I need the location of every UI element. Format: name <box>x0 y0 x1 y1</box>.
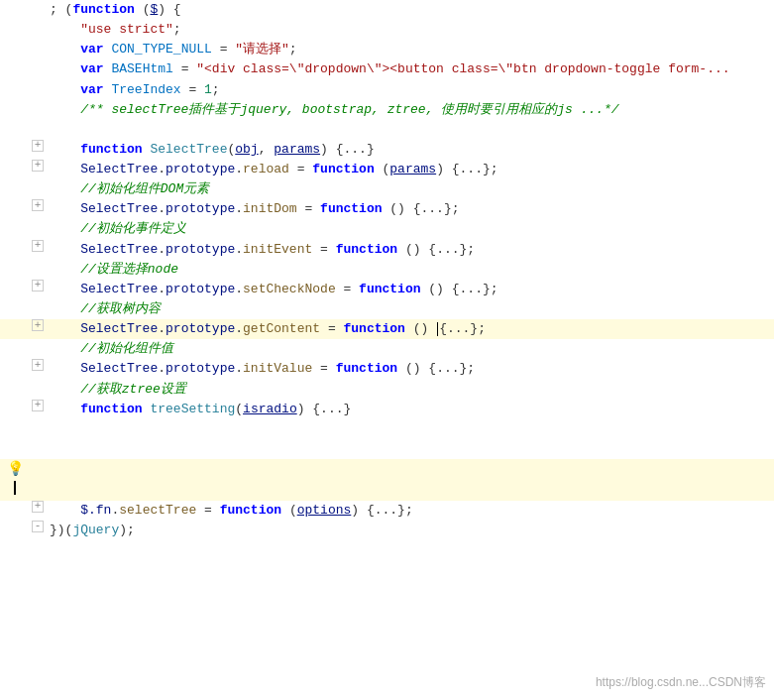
line-content: function treeSetting(isradio) {...} <box>46 400 774 419</box>
token-punct: ; <box>491 162 498 176</box>
token-punct: . <box>235 361 243 376</box>
token-fn-name: jQuery <box>72 523 119 537</box>
code-line: //设置选择node <box>0 260 774 280</box>
token-punct: . <box>158 321 166 336</box>
token-collapsed: {...} <box>452 162 491 176</box>
line-content: SelectTree.prototype.setCheckNode = func… <box>46 280 774 299</box>
token-method: initValue <box>243 361 312 376</box>
line-content: })(jQuery); <box>46 521 774 540</box>
code-line: var CON_TYPE_NULL = "请选择"; <box>0 40 774 59</box>
token-punct: ( <box>135 2 151 17</box>
token-kw: function <box>320 201 382 216</box>
token-kw: function <box>343 321 404 336</box>
line-gutter: 💡 <box>0 459 30 481</box>
token-comment: //获取ztree设置 <box>50 382 186 397</box>
fold-button[interactable]: + <box>30 359 46 371</box>
line-content: /** selectTree插件基于jquery, bootstrap, ztr… <box>46 100 774 120</box>
token-punct: ) { <box>158 2 180 17</box>
cursor-caret <box>14 481 16 495</box>
fold-plus-icon[interactable]: + <box>32 400 44 411</box>
watermark: https://blog.csdn.ne...CSDN博客 <box>596 673 766 692</box>
token-proto: prototype <box>166 321 235 336</box>
code-line: + function treeSetting(isradio) {...} <box>0 400 774 419</box>
token-punct: ( <box>57 2 73 17</box>
fold-plus-icon[interactable]: + <box>32 140 44 152</box>
token-str: "请选择" <box>235 42 289 57</box>
line-content: //初始化事件定义 <box>46 219 774 239</box>
token-proto: SelectTree <box>50 321 158 336</box>
token-kw: function <box>50 142 143 157</box>
token-punct: ( <box>235 402 243 416</box>
fold-minus-icon[interactable]: - <box>32 521 44 532</box>
code-line: + function SelectTree(obj, params) {...} <box>0 140 774 160</box>
code-line <box>0 439 774 459</box>
token-comment: //初始化组件DOM元素 <box>50 181 209 196</box>
fold-plus-icon[interactable]: + <box>32 199 44 211</box>
token-punct: ; <box>478 321 486 336</box>
token-proto: prototype <box>166 361 235 376</box>
token-punct: () <box>405 321 436 336</box>
token-punct: ) <box>297 402 313 416</box>
line-content: //获取ztree设置 <box>46 380 774 400</box>
fold-plus-icon[interactable]: + <box>32 501 44 513</box>
token-punct: () <box>421 282 452 296</box>
token-punct: = <box>196 503 219 518</box>
token-kw: var <box>50 61 104 76</box>
token-kw: function <box>220 503 281 518</box>
editor: ; (function ($) { "use strict"; var CON_… <box>0 0 774 700</box>
token-comment: //获取树内容 <box>50 301 161 316</box>
fold-plus-icon[interactable]: + <box>32 319 44 331</box>
code-line: + $.fn.selectTree = function (options) {… <box>0 501 774 521</box>
fold-button[interactable]: + <box>30 280 46 292</box>
token-kw: function <box>312 162 374 176</box>
fold-button[interactable]: + <box>30 501 46 513</box>
line-content: $.fn.selectTree = function (options) {..… <box>46 501 774 521</box>
code-line: var TreeIndex = 1; <box>0 80 774 100</box>
line-content: function SelectTree(obj, params) {...} <box>46 140 774 160</box>
fold-button[interactable]: + <box>30 319 46 331</box>
token-kw: var <box>50 42 104 57</box>
token-str: "use strict" <box>50 22 173 37</box>
token-comment: /** selectTree插件基于jquery, bootstrap, ztr… <box>50 102 619 117</box>
code-line: //初始化组件DOM元素 <box>0 179 774 199</box>
token-punct: ( <box>281 503 297 518</box>
code-line: + SelectTree.prototype.getContent = func… <box>0 319 774 339</box>
fold-button[interactable]: + <box>30 160 46 172</box>
token-cn: CON_TYPE_NULL <box>111 42 211 57</box>
token-kw: function <box>336 242 397 257</box>
token-punct: . <box>235 242 243 257</box>
fold-plus-icon[interactable]: + <box>32 280 44 292</box>
token-punct: ) <box>436 162 452 176</box>
fold-plus-icon[interactable]: + <box>32 359 44 371</box>
token-punct: , <box>259 142 275 157</box>
token-punct: = <box>212 42 235 57</box>
token-collapsed: {...} <box>439 321 478 336</box>
fold-button[interactable]: + <box>30 400 46 411</box>
code-line: ; (function ($) { <box>0 0 774 20</box>
fold-button[interactable]: + <box>30 140 46 152</box>
token-punct: = <box>289 162 312 176</box>
token-proto: SelectTree <box>50 242 158 257</box>
token-method: selectTree <box>119 503 196 518</box>
token-punct: . <box>158 162 166 176</box>
fold-plus-icon[interactable]: + <box>32 240 44 252</box>
token-method: initEvent <box>243 242 312 257</box>
fold-button[interactable]: - <box>30 521 46 532</box>
token-punct: . <box>235 201 243 216</box>
fold-plus-icon[interactable]: + <box>32 160 44 172</box>
token-method: setCheckNode <box>243 282 336 296</box>
code-line: 💡 <box>0 459 774 481</box>
code-line: //获取ztree设置 <box>0 380 774 400</box>
token-method: getContent <box>243 321 320 336</box>
line-content: //获取树内容 <box>46 299 774 319</box>
token-proto: SelectTree <box>50 201 158 216</box>
fold-button[interactable]: + <box>30 199 46 211</box>
token-punct: })( <box>50 523 72 537</box>
token-punct: . <box>235 321 243 336</box>
line-content: var CON_TYPE_NULL = "请选择"; <box>46 40 774 59</box>
token-param: params <box>274 142 320 157</box>
code-line <box>0 419 774 439</box>
token-punct: . <box>235 282 243 296</box>
token-punct: . <box>158 361 166 376</box>
fold-button[interactable]: + <box>30 240 46 252</box>
